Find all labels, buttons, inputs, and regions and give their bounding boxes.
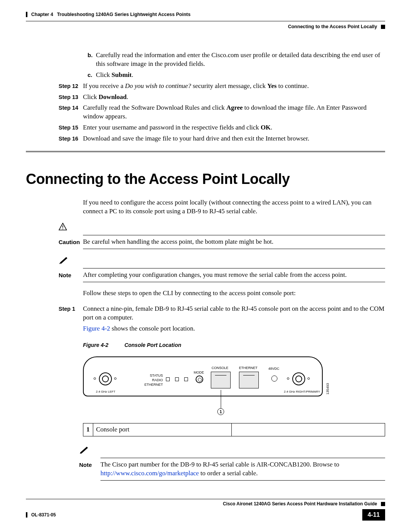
footer-guide: Cisco Aironet 1240AG Series Access Point…	[223, 501, 377, 507]
section-label: Connecting to the Access Point Locally	[288, 24, 377, 30]
note-text: After completing your configuration chan…	[83, 271, 385, 280]
status-label: STATUS	[141, 373, 163, 378]
figure-caption: Figure 4-2Console Port Location	[83, 342, 385, 349]
substep-c-label: c.	[88, 71, 96, 80]
marketplace-link[interactable]: http://www.cisco.com/go/marketplace	[100, 470, 199, 477]
ethernet-led-label: ETHERNET	[141, 382, 163, 387]
substep-b: b. Carefully read the information and en…	[88, 51, 385, 69]
legend-empty	[232, 423, 385, 436]
chapter-title: Troubleshooting 1240AG Series Lightweigh…	[57, 11, 191, 18]
caution-callout: Caution Be careful when handling the acc…	[59, 223, 385, 249]
header-square-icon	[381, 25, 385, 29]
status-led-icon	[166, 377, 170, 381]
chapter-label: Chapter 4	[31, 11, 53, 18]
note-label: Note	[79, 460, 100, 478]
console-port-icon	[211, 372, 231, 388]
footer-doc: OL-8371-05	[31, 512, 56, 518]
screw-icon	[114, 377, 116, 380]
step-12-label: Step 12	[59, 82, 83, 91]
led-row	[166, 377, 188, 381]
step-14-label: Step 14	[59, 104, 83, 121]
vdc-label: 48VDC	[268, 366, 279, 371]
step-14: Step 14 Carefully read the Software Down…	[83, 104, 385, 121]
step-13: Step 13 Click Download.	[83, 93, 385, 102]
page-number: 4-11	[362, 509, 385, 521]
note-icon	[79, 446, 385, 456]
left-antenna-label: 2.4 GHz LEFT	[96, 390, 115, 394]
step-1-text: Connect a nine-pin, female DB-9 to RJ-45…	[83, 305, 385, 322]
radio-led-icon	[175, 377, 179, 381]
intro-paragraph: If you need to configure the access poin…	[83, 198, 385, 216]
ethernet-label: ETHERNET	[239, 366, 258, 370]
step-15-text: Enter your username and password in the …	[83, 123, 385, 132]
step-1: Step 1 Connect a nine-pin, female DB-9 t…	[83, 305, 385, 322]
caution-icon	[59, 223, 385, 233]
callout-leader	[221, 390, 221, 408]
substep-b-label: b.	[88, 51, 96, 69]
legend-text: Console port	[93, 423, 232, 436]
step-13-label: Step 13	[59, 93, 83, 102]
screw-icon	[94, 377, 96, 380]
section-divider	[26, 151, 385, 152]
svg-point-1	[62, 228, 63, 229]
legend-table: 1 Console port	[83, 423, 385, 436]
antenna-left-icon	[99, 372, 112, 385]
note-icon	[59, 256, 385, 267]
note-callout-2: Note The Cisco part number for the DB-9 …	[79, 446, 385, 481]
right-antenna-label: 2.4 GHz RIGHT/PRIMARY	[284, 390, 320, 394]
ethernet-port-icon	[239, 372, 259, 388]
note-callout-1: Note After completing your configuration…	[59, 256, 385, 282]
header-bar-icon	[26, 12, 27, 17]
figure-reference: Figure 4-2 shows the console port locati…	[83, 324, 385, 333]
step-15: Step 15 Enter your username and password…	[83, 123, 385, 132]
substep-c: c. Click Submit.	[88, 71, 385, 80]
screw-icon	[287, 377, 289, 380]
power-jack-icon	[271, 375, 277, 382]
step-15-label: Step 15	[59, 123, 83, 132]
mode-button-icon	[196, 375, 203, 383]
legend-num: 1	[83, 423, 93, 436]
footer-bar-icon	[26, 512, 27, 518]
note-label: Note	[59, 271, 83, 280]
step-16-label: Step 16	[59, 134, 83, 143]
figure-link[interactable]: Figure 4-2	[83, 325, 110, 332]
step-1-label: Step 1	[59, 305, 83, 322]
caution-label: Caution	[59, 238, 83, 246]
antenna-right-icon	[292, 372, 305, 385]
step-13-text: Click Download.	[83, 93, 385, 102]
mode-label: MODE	[194, 370, 204, 375]
follow-paragraph: Follow these steps to open the CLI by co…	[83, 289, 385, 298]
caution-text: Be careful when handling the access poin…	[83, 238, 385, 246]
table-row: 1 Console port	[83, 423, 385, 436]
step-14-text: Carefully read the Software Download Rul…	[83, 104, 385, 121]
note-text: The Cisco part number for the DB-9 to RJ…	[100, 460, 385, 478]
screw-icon	[307, 377, 310, 380]
step-16-text: Download and save the image file to your…	[83, 134, 385, 143]
radio-label: RADIO	[141, 378, 163, 382]
step-16: Step 16 Download and save the image file…	[83, 134, 385, 143]
heading-1: Connecting to the Access Point Locally	[26, 169, 385, 189]
substep-b-text: Carefully read the information and enter…	[96, 51, 385, 69]
substep-c-text: Click Submit.	[96, 71, 385, 80]
step-12-text: If you receive a Do you wish to continue…	[83, 82, 385, 91]
callout-number: 1	[217, 408, 224, 415]
page-header: Chapter 4 Troubleshooting 1240AG Series …	[26, 11, 385, 30]
diagram-id: 135493	[325, 383, 330, 395]
footer-square-icon	[381, 502, 385, 506]
step-12: Step 12 If you receive a Do you wish to …	[83, 82, 385, 91]
ethernet-led-icon	[184, 377, 188, 381]
console-label: CONSOLE	[212, 366, 228, 370]
console-port-diagram: STATUS RADIO ETHERNET MODE CONSOLE ETHER…	[83, 356, 327, 417]
page-footer: Cisco Aironet 1240AG Series Access Point…	[26, 499, 385, 521]
